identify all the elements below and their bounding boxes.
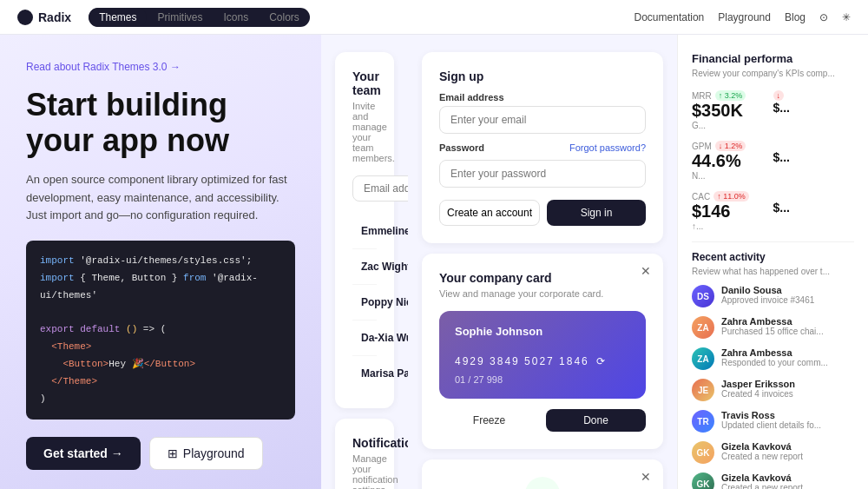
left-panel: Read about Radix Themes 3.0 → Start buil… [0,35,321,489]
nav-tabs: Themes Primitives Icons Colors [89,8,310,27]
list-item: DS Danilo Sousa Approved invoice #3461 [692,285,854,307]
invoice-paid-icon: ✓ [525,477,560,489]
table-row: MP Marisa Palermo marisa.palermo@example… [352,356,377,391]
forgot-password-link[interactable]: Forgot password? [569,142,646,153]
activity-content: Danilo Sousa Approved invoice #3461 [721,285,854,305]
activity-avatar: DS [692,285,714,307]
nav-settings-icon[interactable]: ✳ [842,11,851,23]
freeze-button[interactable]: Freeze [439,409,539,432]
metrics-row-2: GPM ↓ 1.2% 44.6% N... $... [692,141,854,181]
right-panel: Sign up Email address Password Forgot pa… [408,35,677,489]
signup-password-input[interactable] [439,160,646,188]
nav-link-blog[interactable]: Blog [785,11,806,23]
create-account-button[interactable]: Create an account [439,200,540,226]
card-expiry: 01 / 27 998 [455,374,630,385]
activity-content: Gizela Kavková Created a new report [721,472,854,489]
metric-t-value: $... [773,201,855,215]
financial-title: Financial performa [692,52,854,65]
metric-g-value: $... [773,101,855,115]
list-item: GK Gizela Kavková Created a new report [692,441,854,464]
activity-avatar: GK [692,472,714,489]
table-row: EL Emmeline Labrie emmeline.labrie@examp… [352,214,377,249]
nav-link-playground[interactable]: Playground [718,11,771,23]
password-row: Password Forgot password? [439,142,646,153]
email-label: Email address [439,92,646,102]
middle-panel: Your team Invite and manage your team me… [321,35,408,489]
list-item: TR Travis Ross Updated client details fo… [692,410,854,433]
member-name: Marisa Palermo [361,367,408,380]
company-card-close-button[interactable]: ✕ [637,262,654,280]
navbar: Radix Themes Primitives Icons Colors Doc… [0,0,868,35]
metric-mrr-value: $350K [692,101,773,121]
read-link[interactable]: Read about Radix Themes 3.0 → [26,61,295,73]
metric-n-value: $... [773,150,855,164]
company-card-subtitle: View and manage your corporate card. [439,288,646,299]
list-item: ZA Zahra Ambessa Purchased 15 office cha… [692,316,854,339]
financial-panel: Financial performa Review your company's… [677,35,868,489]
nav-tab-themes[interactable]: Themes [89,8,147,27]
team-card: Your team Invite and manage your team me… [335,52,394,408]
activity-avatar: TR [692,410,714,433]
nav-tab-colors[interactable]: Colors [259,8,310,27]
company-card-done-button[interactable]: Done [546,409,646,432]
metrics-row-3: CAC ↑ 11.0% $146 ↑... $... [692,191,854,231]
radix-logo-icon [17,10,33,25]
table-row: PN Poppy Nicholls poppy.nicholls@example… [352,285,377,320]
playground-button[interactable]: ⊞ Playground [149,437,263,470]
list-item: ZA Zahra Ambessa Responded to your comm.… [692,347,854,370]
activity-desc: Created a new report [721,483,852,489]
password-label: Password [439,142,484,153]
list-item: JE Jasper Eriksson Created 4 invoices [692,379,854,401]
invoice-close-button[interactable]: ✕ [637,468,654,486]
activity-desc: Created a new report [721,452,852,461]
signin-button[interactable]: Sign in [547,200,646,226]
notifications-subtitle: Manage your notification settings. [352,453,377,489]
metric-cac-sub: ↑... [692,221,773,231]
activity-name: Gizela Kavková [721,472,854,483]
metric-gpm-label: GPM ↓ 1.2% [692,141,773,151]
recent-activity-title: Recent activity [692,251,854,263]
metrics-row: MRR ↑ 3.2% $350K G... ↓ $... [692,90,854,130]
nav-github-icon[interactable]: ⊙ [819,11,828,23]
get-started-button[interactable]: Get started → [26,437,141,470]
activity-avatar: ZA [692,316,714,339]
activity-avatar: ZA [692,347,714,370]
hero-desc: An open source component library optimiz… [26,171,295,225]
cac-badge: ↑ 11.0% [713,191,749,202]
nav-link-documentation[interactable]: Documentation [635,11,705,23]
activity-name: Gizela Kavková [721,441,854,452]
activity-content: Gizela Kavková Created a new report [721,441,854,461]
activity-desc: Approved invoice #3461 [721,295,852,305]
nav-tab-primitives[interactable]: Primitives [147,8,213,27]
signup-email-input[interactable] [439,106,646,134]
activity-name: Zahra Ambessa [721,347,854,358]
refresh-icon[interactable]: ⟳ [596,355,607,367]
signup-card: Sign up Email address Password Forgot pa… [422,52,663,243]
signup-title: Sign up [439,69,646,83]
hero-title: Start building your app now [26,87,295,159]
company-card-title: Your company card [439,271,646,285]
metric-cac-value: $146 [692,202,773,221]
metric-g-label: ↓ [773,90,855,101]
code-block: import '@radix-ui/themes/styles.css'; im… [26,241,295,420]
nav-logo: Radix [17,10,71,25]
invite-row: Invite [352,175,377,202]
table-row: DW Da-Xia Wu da-xia.wu@example.com ··· [352,320,377,356]
activity-desc: Responded to your comm... [721,358,852,367]
nav-logo-text: Radix [38,10,71,24]
invite-email-input[interactable] [352,175,408,202]
company-card-visual: Sophie Johnson 4929 3849 5027 1846 ⟳ 01 … [439,311,646,399]
metric-mrr-label: MRR ↑ 3.2% [692,90,773,101]
activity-name: Danilo Sousa [721,285,854,295]
notifications-card: Notifications Manage your notification s… [335,419,394,489]
nav-tab-icons[interactable]: Icons [214,8,260,27]
signup-buttons: Create an account Sign in [439,200,646,226]
gpm-badge: ↓ 1.2% [715,141,746,151]
member-name: Emmeline Labrie [361,225,408,237]
divider [692,241,854,242]
member-list: EL Emmeline Labrie emmeline.labrie@examp… [352,214,377,391]
nav-right: Documentation Playground Blog ⊙ ✳ [635,11,851,23]
company-card-actions: Freeze Done [439,409,646,432]
table-row: ZW Zac Wight zac.wight@example.com ··· [352,249,377,285]
metric-cac-label: CAC ↑ 11.0% [692,191,773,202]
